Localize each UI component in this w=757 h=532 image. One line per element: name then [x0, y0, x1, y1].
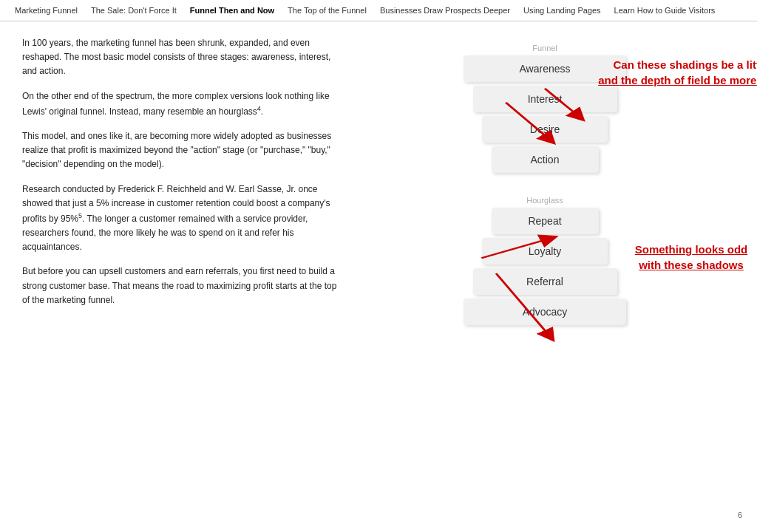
nav-bar: Marketing Funnel The Sale: Don't Force I… — [0, 0, 757, 21]
funnel-column: Funnel Awareness Interest Desire Action … — [355, 36, 735, 511]
hourglass-stage-repeat: Repeat — [492, 208, 599, 234]
nav-item-top-funnel[interactable]: The Top of the Funnel — [288, 6, 367, 15]
text-column: In 100 years, the marketing funnel has b… — [22, 36, 340, 511]
paragraph-2: On the other end of the spectrum, the mo… — [22, 89, 340, 119]
paragraph-1: In 100 years, the marketing funnel has b… — [22, 36, 340, 79]
page-number: 6 — [738, 511, 742, 519]
hourglass-label: Hourglass — [526, 196, 563, 205]
nav-item-sale[interactable]: The Sale: Don't Force It — [91, 6, 177, 15]
nav-item-landing[interactable]: Using Landing Pages — [523, 6, 601, 15]
paragraph-3: This model, and ones like it, are becomi… — [22, 129, 340, 172]
nav-item-businesses[interactable]: Businesses Draw Prospects Deeper — [380, 6, 510, 15]
funnel-stage-interest: Interest — [473, 86, 617, 112]
funnel-stage-desire: Desire — [482, 116, 608, 143]
paragraph-5: But before you can upsell customers and … — [22, 265, 340, 307]
nav-item-guide[interactable]: Learn How to Guide Visitors — [614, 6, 716, 15]
funnel-group: Funnel Awareness Interest Desire Action — [355, 44, 735, 188]
funnel-stage-action: Action — [492, 146, 599, 173]
hourglass-stages: Repeat Loyalty Referral Advocacy — [355, 208, 735, 329]
funnel-stages: Awareness Interest Desire Action — [355, 55, 735, 177]
hourglass-group: Hourglass Repeat Loyalty Referral Advoca… — [355, 196, 735, 341]
hourglass-stage-advocacy: Advocacy — [464, 299, 626, 325]
funnel-label: Funnel — [532, 44, 557, 52]
hourglass-stage-loyalty: Loyalty — [482, 238, 608, 265]
main-content: In 100 years, the marketing funnel has b… — [0, 21, 757, 525]
hourglass-stage-referral: Referral — [473, 268, 617, 295]
funnel-stage-awareness: Awareness — [464, 55, 626, 82]
paragraph-4: Research conducted by Frederick F. Reich… — [22, 183, 340, 255]
nav-item-funnel-then-now[interactable]: Funnel Then and Now — [190, 6, 274, 15]
nav-item-marketing-funnel[interactable]: Marketing Funnel — [15, 6, 78, 15]
